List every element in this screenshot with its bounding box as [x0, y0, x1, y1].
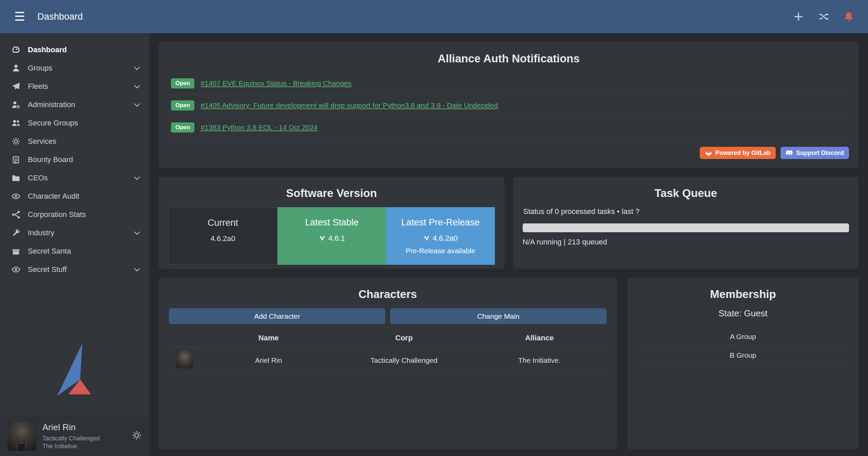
character-name: Ariel Rin [201, 356, 336, 364]
notification-item: Open #1405 Advisory: Future development … [168, 95, 849, 117]
sidebar-item-industry[interactable]: Industry [0, 224, 149, 242]
task-queue-title: Task Queue [523, 187, 849, 200]
sidebar-item-label: Corporation Stats [28, 210, 86, 219]
gift-icon [9, 247, 22, 256]
task-queue-progressbar [523, 223, 849, 232]
version-stable-cell: Latest Stable 4.6.1 [277, 207, 386, 265]
gear-icon [9, 137, 22, 146]
people-group-icon [9, 119, 22, 127]
character-actions: Add Character Change Main [169, 308, 606, 324]
users-gear-icon [9, 100, 22, 109]
notification-item: Open #1383 Python 3.8 EOL - 14 Oct 2024 [168, 117, 849, 139]
sidebar-item-groups[interactable]: Groups [0, 59, 149, 77]
sidebar-item-label: Secure Groups [28, 119, 78, 127]
add-character-button[interactable]: Add Character [169, 308, 385, 324]
sidebar-toggle-button[interactable]: ☰ [10, 8, 29, 25]
column-name: Name [201, 334, 336, 342]
sidebar-item-corporation-stats[interactable]: Corporation Stats [0, 205, 149, 224]
status-badge: Open [171, 100, 194, 111]
alliance-auth-app: ☰ Dashboard Dashboard [0, 0, 868, 456]
support-discord-badge[interactable]: Support Discord [780, 147, 849, 159]
wrench-icon [9, 229, 22, 237]
character-row: Ariel Rin Tactically Challenged The Init… [168, 348, 607, 373]
sidebar-item-secret-stuff[interactable]: Secret Stuff [0, 260, 149, 279]
alliance-auth-logo [57, 343, 93, 397]
status-row: Software Version Current 4.6.2a0 Latest … [159, 177, 859, 269]
sidebar-item-ceos[interactable]: CEOs [0, 169, 149, 187]
eve-icon [319, 235, 326, 242]
eye-icon [9, 192, 22, 201]
version-row: Current 4.6.2a0 Latest Stable 4.6.1 Late… [168, 207, 495, 265]
sidebar-item-secret-santa[interactable]: Secret Santa [0, 242, 149, 260]
sidebar-item-label: Industry [28, 229, 54, 237]
notification-link[interactable]: #1407 EVE Equinox Status - Breaking Chan… [200, 79, 351, 87]
group-row: B Group [638, 346, 848, 365]
sidebar-item-administration[interactable]: Administration [0, 96, 149, 114]
characters-table-header: Name Corp Alliance [168, 329, 607, 348]
sidebar: Dashboard Groups Fleets [0, 33, 149, 456]
sidebar-item-label: Services [28, 137, 56, 146]
task-queue-status: Status of 0 processed tasks • last ? [523, 207, 849, 216]
characters-table: Name Corp Alliance Ariel Rin Tactically … [168, 329, 607, 373]
version-current-cell: Current 4.6.2a0 [168, 207, 277, 265]
bell-icon[interactable] [844, 12, 854, 22]
chevron-down-icon [134, 266, 140, 272]
character-alliance: The Initiative. [472, 356, 607, 364]
sidebar-item-services[interactable]: Services [0, 132, 149, 151]
sidebar-item-character-audit[interactable]: Character Audit [0, 187, 149, 205]
chevron-down-icon [134, 229, 140, 235]
sidebar-item-label: Secret Stuff [28, 265, 67, 274]
chevron-down-icon [134, 64, 140, 70]
version-prerelease-cell: Latest Pre-Release 4.6.2a0 Pre-Release a… [386, 207, 495, 265]
chevron-down-icon [134, 174, 140, 180]
software-version-panel: Software Version Current 4.6.2a0 Latest … [159, 177, 504, 269]
chevron-down-icon [134, 83, 140, 88]
user-corp: Tactically Challenged [42, 435, 100, 442]
fleet-plane-icon [9, 82, 22, 91]
eye-icon [9, 265, 22, 274]
characters-title: Characters [168, 288, 607, 301]
sidebar-item-dashboard[interactable]: Dashboard [0, 41, 149, 59]
user-info: Ariel Rin Tactically Challenged The Init… [42, 422, 100, 451]
sidebar-item-label: Character Audit [28, 192, 79, 201]
sidebar-item-secure-groups[interactable]: Secure Groups [0, 114, 149, 132]
corp-logo-badge [17, 443, 26, 452]
sidebar-item-label: Dashboard [28, 45, 67, 54]
user-avatar[interactable] [7, 422, 36, 451]
dashboard-icon [9, 45, 22, 54]
shuffle-icon[interactable] [818, 12, 829, 22]
notification-item: Open #1407 EVE Equinox Status - Breaking… [168, 73, 849, 95]
sidebar-item-label: Fleets [28, 82, 48, 91]
software-version-title: Software Version [168, 187, 495, 200]
user-name: Ariel Rin [42, 422, 100, 433]
board-icon [9, 155, 22, 164]
sidebar-menu: Dashboard Groups Fleets [0, 33, 149, 279]
sidebar-item-label: Secret Santa [28, 247, 71, 256]
top-navbar: ☰ Dashboard [0, 0, 868, 33]
gitlab-icon [705, 149, 712, 157]
task-queue-panel: Task Queue Status of 0 processed tasks •… [513, 177, 859, 269]
sidebar-item-fleets[interactable]: Fleets [0, 77, 149, 96]
notification-link[interactable]: #1383 Python 3.8 EOL - 14 Oct 2024 [200, 123, 317, 132]
notifications-title: Alliance Auth Notifications [168, 52, 849, 65]
change-main-button[interactable]: Change Main [390, 308, 606, 324]
bottom-row: Characters Add Character Change Main Nam… [159, 278, 859, 449]
sidebar-item-label: Administration [28, 100, 75, 109]
add-icon[interactable] [793, 12, 804, 22]
membership-panel: Membership State: Guest A Group B Group [628, 278, 859, 449]
powered-by-gitlab-badge[interactable]: Powered by GitLab [700, 147, 776, 159]
user-alliance: The Initiative. [42, 442, 100, 450]
user-settings-gear-icon[interactable] [132, 430, 142, 442]
sidebar-item-label: Groups [28, 64, 52, 73]
user-panel: Ariel Rin Tactically Challenged The Init… [0, 416, 149, 456]
characters-panel: Characters Add Character Change Main Nam… [159, 278, 617, 449]
status-badge: Open [171, 78, 194, 88]
task-queue-counts: N/A running | 213 queued [523, 238, 849, 246]
navbar-actions [793, 12, 854, 22]
column-alliance: Alliance [472, 334, 607, 342]
notification-link[interactable]: #1405 Advisory: Future development will … [200, 101, 498, 110]
sidebar-item-bounty-board[interactable]: Bounty Board [0, 151, 149, 169]
person-icon [9, 64, 22, 73]
column-corp: Corp [336, 334, 471, 342]
notifications-panel: Alliance Auth Notifications Open #1407 E… [159, 42, 859, 168]
